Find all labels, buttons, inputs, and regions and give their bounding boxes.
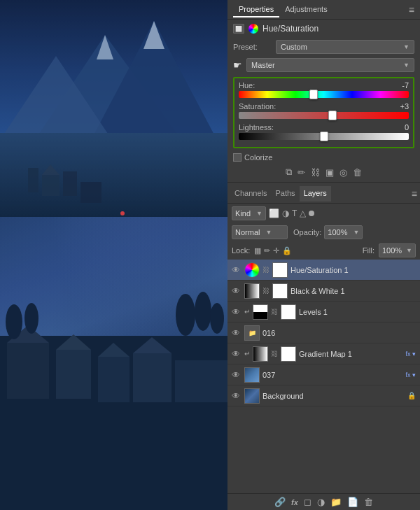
add-style-icon[interactable]: fx <box>291 498 298 507</box>
preset-value: Custom <box>281 43 307 51</box>
opacity-value-dropdown[interactable]: 100% ▼ <box>324 225 363 239</box>
channel-value: Master <box>251 61 275 69</box>
lock-row: Lock: ▦ ✏ ✛ 🔒 Fill: 100% ▼ <box>227 241 420 260</box>
tab-properties[interactable]: Properties <box>233 2 279 17</box>
layer-item-gradient[interactable]: 👁 ↵ ⛓ Gradient Map 1 fx ▾ <box>227 343 420 364</box>
preset-dropdown[interactable]: Custom ▼ <box>276 40 414 54</box>
smart-object-icon[interactable] <box>309 211 314 216</box>
layer-link-gradient[interactable]: ⛓ <box>271 350 278 357</box>
opacity-arrow-icon: ▼ <box>354 229 360 236</box>
kind-label: Kind <box>235 209 251 218</box>
layer-visibility-background[interactable]: 👁 <box>232 391 241 401</box>
preset-label: Preset: <box>233 43 272 51</box>
svg-point-28 <box>120 211 125 215</box>
delete-adjustment-icon[interactable]: 🗑 <box>353 167 362 178</box>
link-layers-icon[interactable]: 🔗 <box>274 497 286 507</box>
lock-icons: ▦ ✏ ✛ 🔒 <box>254 246 292 255</box>
blend-mode-dropdown[interactable]: Normal ▼ <box>232 225 288 239</box>
layer-link-huesat[interactable]: ⛓ <box>262 266 270 274</box>
kind-dropdown[interactable]: Kind ▼ <box>232 206 266 220</box>
blend-arrow-icon: ▼ <box>265 229 272 236</box>
hand-tool-icon[interactable]: ☛ <box>233 59 242 71</box>
layer-item-bw[interactable]: 👁 ⛓ Black & White 1 <box>227 281 420 302</box>
levels-arrow-icon[interactable]: ↵ <box>244 308 250 316</box>
tab-adjustments[interactable]: Adjustments <box>279 2 333 17</box>
edit-on-canvas-icon[interactable]: ✏ <box>298 167 305 178</box>
fill-value-dropdown[interactable]: 100% ▼ <box>379 243 416 257</box>
opacity-label: Opacity: <box>293 228 321 236</box>
layer-tabs-menu-icon[interactable]: ≡ <box>412 188 417 199</box>
layer-name-037: 037 <box>262 371 402 379</box>
layer-link-bw[interactable]: ⛓ <box>262 287 270 295</box>
colorize-checkbox[interactable] <box>233 153 241 162</box>
lightness-value: 0 <box>405 123 409 132</box>
layer-item-037[interactable]: 👁 037 fx ▾ <box>227 364 420 385</box>
hue-sat-panel-icon: ⬜ <box>233 24 244 34</box>
channel-dropdown[interactable]: Master ▼ <box>246 58 414 72</box>
layer-name-016: 016 <box>262 329 416 337</box>
channel-row: ☛ Master ▼ <box>227 56 420 74</box>
hue-slider-row: Hue: -7 <box>239 81 409 99</box>
saturation-slider-track[interactable] <box>239 112 409 120</box>
view-icon[interactable]: ◎ <box>340 167 347 178</box>
layer-name-background: Background <box>262 392 405 400</box>
layer-item-background[interactable]: 👁 Background 🔒 <box>227 385 420 406</box>
layer-item-levels[interactable]: 👁 ↵ ⛓ Levels 1 <box>227 302 420 323</box>
layer-name-levels: Levels 1 <box>299 308 416 316</box>
gradient-arrow-icon[interactable]: ↵ <box>244 350 250 357</box>
lock-position-icon[interactable]: ✛ <box>273 246 279 255</box>
layer-visibility-gradient[interactable]: 👁 <box>232 349 241 359</box>
lock-artboard-icon[interactable]: 🔒 <box>282 246 292 255</box>
tab-layers[interactable]: Layers <box>300 186 331 201</box>
shape-layer-icon[interactable]: △ <box>300 208 306 218</box>
layer-visibility-037[interactable]: 👁 <box>232 370 241 380</box>
layer-visibility-016[interactable]: 👁 <box>232 328 241 338</box>
layer-item-huesat[interactable]: 👁 ⛓ Hue/Saturation 1 <box>227 260 420 281</box>
lock-pixels-icon[interactable]: ✏ <box>264 246 270 255</box>
layer-fx-gradient: fx ▾ <box>405 350 416 357</box>
layer-fx-037: fx ▾ <box>405 371 416 378</box>
preset-row: Preset: Custom ▼ <box>227 38 420 56</box>
lock-transparent-icon[interactable]: ▦ <box>254 246 261 255</box>
chain-icon[interactable]: ⛓ <box>311 167 320 178</box>
layer-thumb-037 <box>244 367 260 383</box>
top-tabs-menu-icon[interactable]: ≡ <box>409 4 414 15</box>
right-panel: Properties Adjustments ≡ ⬜ Hue/Saturatio… <box>227 0 420 510</box>
blend-row: Normal ▼ Opacity: 100% ▼ <box>227 223 420 241</box>
colorize-row: Colorize <box>227 151 420 164</box>
lightness-slider-thumb[interactable] <box>320 132 328 141</box>
saturation-slider-thumb[interactable] <box>328 111 337 120</box>
add-adjustment-icon[interactable]: ◑ <box>317 497 325 507</box>
layer-item-016[interactable]: 👁 📁 016 <box>227 323 420 343</box>
tab-channels[interactable]: Channels <box>230 186 271 201</box>
channel-arrow-icon: ▼ <box>403 62 410 69</box>
add-mask-icon[interactable]: ◻ <box>304 497 312 507</box>
kind-filter-icons: ⬜ ◑ T △ <box>269 208 314 218</box>
type-layer-icon[interactable]: T <box>292 208 297 218</box>
layer-thumb-bw <box>244 283 260 299</box>
new-layer-icon[interactable]: 📄 <box>347 497 358 507</box>
pixel-layer-icon[interactable]: ⬜ <box>269 208 279 218</box>
layer-visibility-levels[interactable]: 👁 <box>232 307 241 317</box>
new-adjustment-icon[interactable]: ▣ <box>326 167 334 178</box>
delete-layer-icon[interactable]: 🗑 <box>364 497 373 507</box>
bottom-toolbar: 🔗 fx ◻ ◑ 📁 📄 🗑 <box>227 493 420 510</box>
lightness-slider-track[interactable] <box>239 133 409 141</box>
layer-link-levels[interactable]: ⛓ <box>271 308 278 316</box>
layer-tabs: Channels Paths Layers ≡ <box>227 184 420 204</box>
new-group-icon[interactable]: 📁 <box>330 497 342 507</box>
sliders-section: Hue: -7 Saturation: +3 Lightness: 0 <box>233 77 414 148</box>
lightness-slider-row: Lightness: 0 <box>239 123 409 141</box>
tab-paths[interactable]: Paths <box>271 186 299 201</box>
lightness-label: Lightness: <box>239 123 274 132</box>
image-panel <box>0 0 227 510</box>
adjustment-layer-icon[interactable]: ◑ <box>282 208 289 218</box>
clip-to-layer-icon[interactable]: ⧉ <box>286 167 292 178</box>
saturation-value: +3 <box>400 102 409 111</box>
layer-visibility-bw[interactable]: 👁 <box>232 286 241 296</box>
hue-slider-thumb[interactable] <box>309 90 318 99</box>
hue-slider-track[interactable] <box>239 91 409 99</box>
layer-thumb-gradient <box>253 346 268 362</box>
fill-arrow-icon: ▼ <box>406 247 412 254</box>
layer-visibility-huesat[interactable]: 👁 <box>232 265 241 275</box>
